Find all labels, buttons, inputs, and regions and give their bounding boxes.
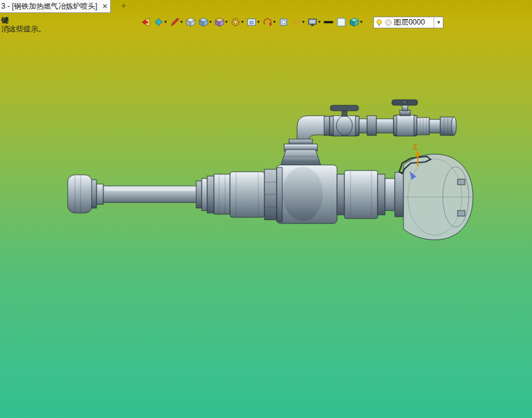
needle-valve bbox=[392, 100, 418, 136]
nozzle-inlet-group bbox=[68, 175, 103, 213]
hint-line-2: 消这些提示。 bbox=[1, 25, 46, 33]
burner-head-group bbox=[399, 154, 473, 239]
view-wheel-icon bbox=[231, 17, 240, 27]
layer-dropdown-arrow[interactable]: ▾ bbox=[434, 17, 443, 28]
screen-display-button[interactable]: ▾ bbox=[307, 17, 321, 28]
zoom-window-icon bbox=[247, 17, 256, 27]
view-wheel-button[interactable]: ▾ bbox=[230, 17, 244, 28]
shade-cube-button[interactable]: ▾ bbox=[214, 17, 228, 28]
chevron-down-icon[interactable]: ▾ bbox=[273, 20, 276, 25]
chevron-down-icon[interactable]: ▾ bbox=[225, 20, 228, 25]
chevron-down-icon[interactable]: ▾ bbox=[302, 20, 304, 25]
exit-button[interactable] bbox=[140, 17, 151, 28]
view-cube-icon bbox=[186, 17, 196, 27]
background-button[interactable] bbox=[336, 17, 347, 28]
sketch-pencil-icon bbox=[170, 17, 180, 27]
plane-button[interactable] bbox=[278, 17, 289, 28]
model-canvas: Z bbox=[0, 0, 532, 418]
layer-sphere-icon bbox=[384, 18, 392, 26]
chevron-down-icon[interactable]: ▾ bbox=[360, 20, 362, 25]
supply-pipe bbox=[103, 186, 197, 203]
hint-text: 键 消这些提示。 bbox=[1, 16, 46, 33]
tab-close-icon[interactable]: ✕ bbox=[101, 2, 109, 10]
plane-icon bbox=[279, 17, 288, 27]
orient-button[interactable]: ▾ bbox=[262, 17, 276, 28]
orient-arrow-icon bbox=[263, 17, 272, 27]
line-width-icon bbox=[324, 17, 333, 27]
view-cube-button[interactable] bbox=[185, 17, 196, 28]
outlet-coupling-group bbox=[337, 171, 403, 219]
material-cube-icon bbox=[349, 17, 359, 27]
hint-line-1: 键 bbox=[1, 16, 46, 25]
axis-z-label: Z bbox=[413, 142, 418, 151]
new-tab-button[interactable]: + bbox=[119, 1, 129, 11]
ball-valve bbox=[330, 105, 359, 136]
shade-cube-icon bbox=[215, 17, 224, 27]
exit-icon bbox=[141, 17, 151, 27]
screen-display-icon bbox=[308, 17, 317, 27]
3d-viewport[interactable]: Z bbox=[0, 0, 532, 418]
tab-title: 3 - [钢铁加热燃气冶炼炉喷头] bbox=[1, 1, 97, 12]
chevron-down-icon[interactable]: ▾ bbox=[180, 20, 183, 25]
render-style-icon bbox=[154, 17, 164, 27]
coupling-set bbox=[196, 169, 277, 220]
material-button[interactable]: ▾ bbox=[349, 17, 363, 28]
line-width-button[interactable] bbox=[323, 17, 334, 28]
chevron-down-icon[interactable]: ▾ bbox=[209, 20, 212, 25]
chevron-down-icon[interactable]: ▾ bbox=[257, 20, 260, 25]
chevron-down-icon[interactable]: ▾ bbox=[318, 20, 320, 25]
layer-bulb-icon bbox=[375, 18, 383, 26]
sketch-button[interactable]: ▾ bbox=[169, 17, 183, 28]
tee-body bbox=[277, 165, 337, 223]
display-mode-cube-icon bbox=[199, 17, 208, 27]
display-mode-button[interactable]: ▾ bbox=[198, 17, 212, 28]
layer-name: 图层0000 bbox=[394, 17, 434, 28]
view-toolbar: ▾ ▾ ▾ bbox=[140, 15, 443, 29]
layer-combo[interactable]: 图层0000 ▾ bbox=[373, 17, 443, 28]
zoom-window-button[interactable]: ▾ bbox=[246, 17, 260, 28]
render-style-button[interactable]: ▾ bbox=[153, 17, 167, 28]
chevron-down-icon[interactable]: ▾ bbox=[241, 20, 244, 25]
chevron-down-icon[interactable]: ▾ bbox=[164, 20, 167, 25]
background-swatch-icon bbox=[336, 17, 346, 27]
document-tab[interactable]: 3 - [钢铁加热燃气冶炼炉喷头] ✕ bbox=[0, 0, 111, 13]
grid-button[interactable]: ▾ bbox=[291, 17, 305, 28]
grid-ruler-icon bbox=[292, 17, 301, 27]
